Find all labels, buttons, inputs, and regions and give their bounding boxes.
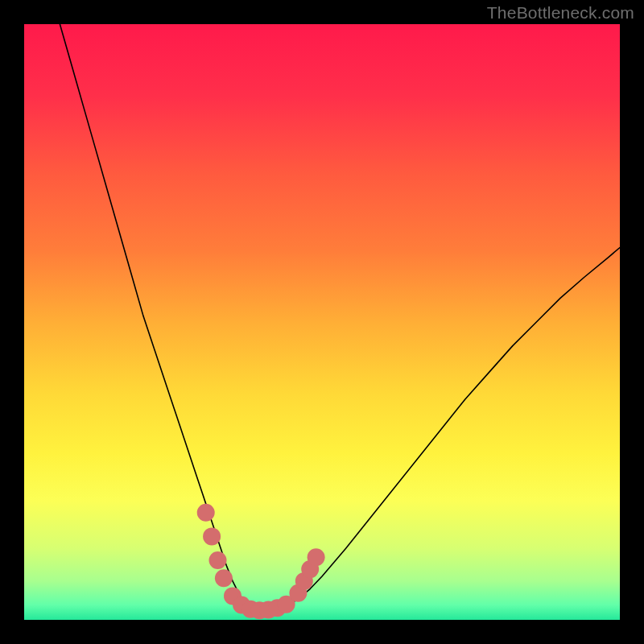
watermark-text: TheBottleneck.com bbox=[487, 3, 634, 23]
chart-frame: TheBottleneck.com bbox=[0, 0, 644, 644]
highlight-dot bbox=[308, 548, 325, 566]
highlight-dot bbox=[203, 527, 221, 545]
highlight-dot bbox=[197, 504, 215, 522]
highlight-dot bbox=[215, 569, 233, 587]
gradient-background bbox=[24, 24, 620, 620]
bottleneck-chart bbox=[24, 24, 620, 620]
highlight-dot bbox=[209, 551, 227, 569]
